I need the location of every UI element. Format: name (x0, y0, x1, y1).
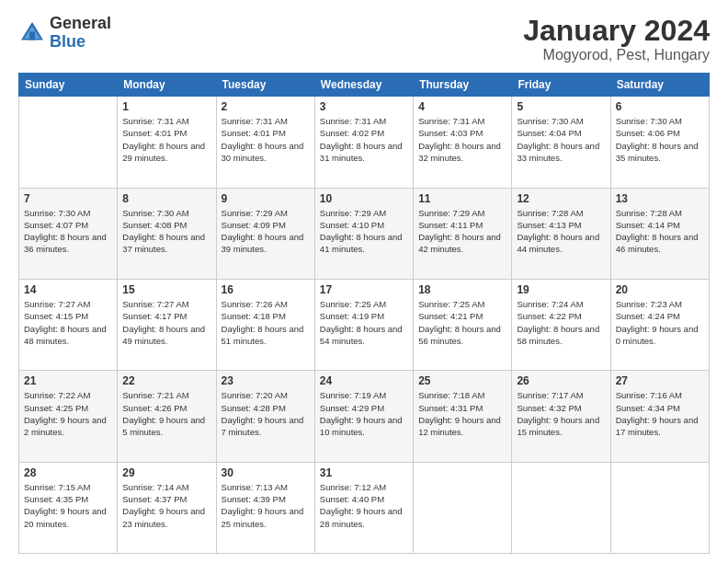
day-info: Sunrise: 7:31 AM Sunset: 4:02 PM Dayligh… (320, 115, 408, 164)
title-block: January 2024 Mogyorod, Pest, Hungary (523, 15, 710, 63)
day-info: Sunrise: 7:22 AM Sunset: 4:25 PM Dayligh… (24, 389, 112, 438)
day-number: 26 (517, 374, 605, 387)
day-info: Sunrise: 7:14 AM Sunset: 4:37 PM Dayligh… (122, 481, 210, 530)
day-number: 23 (222, 374, 310, 387)
calendar-day-cell: 3Sunrise: 7:31 AM Sunset: 4:02 PM Daylig… (314, 97, 413, 188)
calendar-day-cell: 15Sunrise: 7:27 AM Sunset: 4:17 PM Dayli… (118, 279, 216, 370)
calendar-header-row: SundayMondayTuesdayWednesdayThursdayFrid… (19, 74, 710, 97)
day-number: 1 (122, 100, 210, 113)
day-info: Sunrise: 7:31 AM Sunset: 4:01 PM Dayligh… (122, 115, 210, 164)
weekday-header: Monday (118, 74, 216, 97)
weekday-header: Sunday (19, 74, 118, 97)
day-info: Sunrise: 7:25 AM Sunset: 4:19 PM Dayligh… (320, 298, 408, 347)
day-info: Sunrise: 7:16 AM Sunset: 4:34 PM Dayligh… (616, 389, 704, 438)
day-info: Sunrise: 7:12 AM Sunset: 4:40 PM Dayligh… (320, 481, 408, 530)
calendar-day-cell: 24Sunrise: 7:19 AM Sunset: 4:29 PM Dayli… (314, 371, 413, 462)
day-info: Sunrise: 7:25 AM Sunset: 4:21 PM Dayligh… (418, 298, 506, 347)
calendar-week-row: 1Sunrise: 7:31 AM Sunset: 4:01 PM Daylig… (19, 97, 710, 188)
calendar-day-cell: 22Sunrise: 7:21 AM Sunset: 4:26 PM Dayli… (118, 371, 216, 462)
calendar-day-cell: 19Sunrise: 7:24 AM Sunset: 4:22 PM Dayli… (512, 279, 610, 370)
day-number: 24 (320, 374, 408, 387)
calendar-week-row: 7Sunrise: 7:30 AM Sunset: 4:07 PM Daylig… (19, 188, 710, 279)
weekday-header: Thursday (414, 74, 512, 97)
day-number: 10 (320, 192, 408, 205)
logo-blue-text: Blue (50, 33, 111, 52)
calendar-day-cell (512, 462, 610, 553)
calendar-day-cell: 13Sunrise: 7:28 AM Sunset: 4:14 PM Dayli… (610, 188, 709, 279)
day-number: 21 (24, 374, 112, 387)
calendar-table: SundayMondayTuesdayWednesdayThursdayFrid… (18, 73, 710, 554)
logo-text: General Blue (50, 15, 111, 52)
day-info: Sunrise: 7:28 AM Sunset: 4:13 PM Dayligh… (517, 207, 605, 256)
weekday-header: Friday (512, 74, 610, 97)
calendar-day-cell: 5Sunrise: 7:30 AM Sunset: 4:04 PM Daylig… (512, 97, 610, 188)
day-number: 29 (122, 466, 210, 479)
day-number: 19 (517, 283, 605, 296)
calendar-day-cell: 8Sunrise: 7:30 AM Sunset: 4:08 PM Daylig… (118, 188, 216, 279)
calendar-day-cell: 17Sunrise: 7:25 AM Sunset: 4:19 PM Dayli… (314, 279, 413, 370)
calendar-week-row: 28Sunrise: 7:15 AM Sunset: 4:35 PM Dayli… (19, 462, 710, 553)
day-info: Sunrise: 7:27 AM Sunset: 4:17 PM Dayligh… (122, 298, 210, 347)
day-number: 11 (418, 192, 506, 205)
day-info: Sunrise: 7:30 AM Sunset: 4:07 PM Dayligh… (24, 207, 112, 256)
header: General Blue January 2024 Mogyorod, Pest… (18, 15, 710, 63)
calendar-day-cell: 29Sunrise: 7:14 AM Sunset: 4:37 PM Dayli… (118, 462, 216, 553)
day-number: 13 (616, 192, 704, 205)
logo: General Blue (18, 15, 111, 52)
calendar-day-cell: 4Sunrise: 7:31 AM Sunset: 4:03 PM Daylig… (414, 97, 512, 188)
calendar-day-cell: 20Sunrise: 7:23 AM Sunset: 4:24 PM Dayli… (610, 279, 709, 370)
day-info: Sunrise: 7:17 AM Sunset: 4:32 PM Dayligh… (517, 389, 605, 438)
calendar-day-cell: 14Sunrise: 7:27 AM Sunset: 4:15 PM Dayli… (19, 279, 118, 370)
day-number: 17 (320, 283, 408, 296)
weekday-header: Saturday (610, 74, 709, 97)
calendar-day-cell: 11Sunrise: 7:29 AM Sunset: 4:11 PM Dayli… (414, 188, 512, 279)
calendar-day-cell: 7Sunrise: 7:30 AM Sunset: 4:07 PM Daylig… (19, 188, 118, 279)
day-number: 31 (320, 466, 408, 479)
day-number: 22 (122, 374, 210, 387)
day-info: Sunrise: 7:30 AM Sunset: 4:08 PM Dayligh… (122, 207, 210, 256)
day-number: 30 (222, 466, 310, 479)
day-number: 15 (122, 283, 210, 296)
calendar-day-cell: 27Sunrise: 7:16 AM Sunset: 4:34 PM Dayli… (610, 371, 709, 462)
day-info: Sunrise: 7:31 AM Sunset: 4:01 PM Dayligh… (222, 115, 310, 164)
calendar-week-row: 14Sunrise: 7:27 AM Sunset: 4:15 PM Dayli… (19, 279, 710, 370)
calendar-day-cell: 10Sunrise: 7:29 AM Sunset: 4:10 PM Dayli… (314, 188, 413, 279)
calendar-week-row: 21Sunrise: 7:22 AM Sunset: 4:25 PM Dayli… (19, 371, 710, 462)
calendar-day-cell: 26Sunrise: 7:17 AM Sunset: 4:32 PM Dayli… (512, 371, 610, 462)
day-info: Sunrise: 7:27 AM Sunset: 4:15 PM Dayligh… (24, 298, 112, 347)
day-number: 5 (517, 100, 605, 113)
day-info: Sunrise: 7:19 AM Sunset: 4:29 PM Dayligh… (320, 389, 408, 438)
day-number: 3 (320, 100, 408, 113)
day-info: Sunrise: 7:24 AM Sunset: 4:22 PM Dayligh… (517, 298, 605, 347)
page-title: January 2024 (523, 15, 710, 47)
calendar-day-cell: 9Sunrise: 7:29 AM Sunset: 4:09 PM Daylig… (216, 188, 314, 279)
calendar-day-cell (610, 462, 709, 553)
weekday-header: Wednesday (314, 74, 413, 97)
day-number: 8 (122, 192, 210, 205)
calendar-day-cell: 21Sunrise: 7:22 AM Sunset: 4:25 PM Dayli… (19, 371, 118, 462)
day-number: 20 (616, 283, 704, 296)
calendar-day-cell: 16Sunrise: 7:26 AM Sunset: 4:18 PM Dayli… (216, 279, 314, 370)
day-number: 12 (517, 192, 605, 205)
day-number: 18 (418, 283, 506, 296)
page-subtitle: Mogyorod, Pest, Hungary (523, 47, 710, 63)
day-info: Sunrise: 7:21 AM Sunset: 4:26 PM Dayligh… (122, 389, 210, 438)
day-info: Sunrise: 7:26 AM Sunset: 4:18 PM Dayligh… (222, 298, 310, 347)
day-info: Sunrise: 7:13 AM Sunset: 4:39 PM Dayligh… (222, 481, 310, 530)
calendar-day-cell: 6Sunrise: 7:30 AM Sunset: 4:06 PM Daylig… (610, 97, 709, 188)
weekday-header: Tuesday (216, 74, 314, 97)
day-number: 28 (24, 466, 112, 479)
calendar-day-cell (19, 97, 118, 188)
calendar-day-cell: 2Sunrise: 7:31 AM Sunset: 4:01 PM Daylig… (216, 97, 314, 188)
day-info: Sunrise: 7:29 AM Sunset: 4:10 PM Dayligh… (320, 207, 408, 256)
day-info: Sunrise: 7:20 AM Sunset: 4:28 PM Dayligh… (222, 389, 310, 438)
day-number: 25 (418, 374, 506, 387)
svg-rect-2 (29, 31, 35, 40)
calendar-day-cell: 1Sunrise: 7:31 AM Sunset: 4:01 PM Daylig… (118, 97, 216, 188)
day-number: 4 (418, 100, 506, 113)
logo-icon (18, 19, 46, 47)
page: General Blue January 2024 Mogyorod, Pest… (0, 0, 728, 563)
day-info: Sunrise: 7:23 AM Sunset: 4:24 PM Dayligh… (616, 298, 704, 347)
calendar-day-cell: 18Sunrise: 7:25 AM Sunset: 4:21 PM Dayli… (414, 279, 512, 370)
day-number: 27 (616, 374, 704, 387)
